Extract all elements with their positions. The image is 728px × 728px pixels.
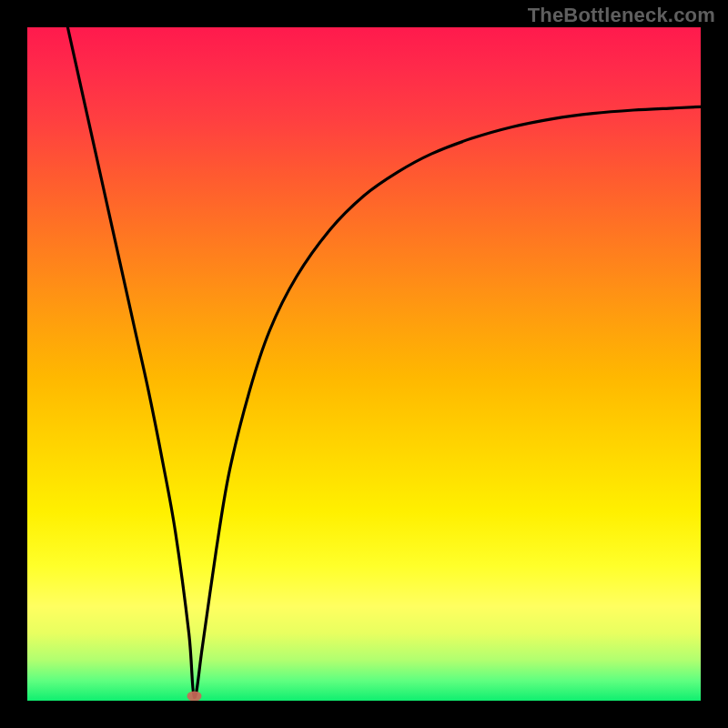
curve-path xyxy=(67,27,701,697)
optimum-marker xyxy=(187,692,202,702)
plot-area xyxy=(27,27,701,701)
chart-frame: TheBottleneck.com xyxy=(0,0,728,728)
bottleneck-curve xyxy=(27,27,701,701)
watermark-label: TheBottleneck.com xyxy=(528,4,715,27)
